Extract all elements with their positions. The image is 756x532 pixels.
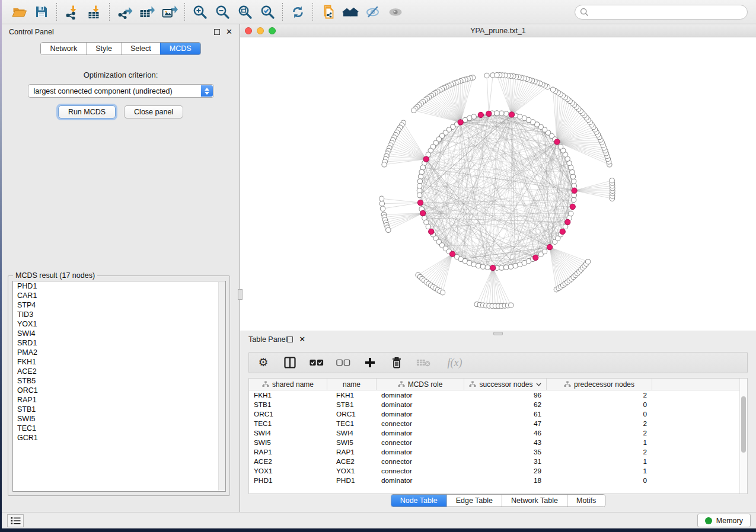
leaf-node[interactable] (379, 201, 384, 206)
list-item[interactable]: STB5 (13, 376, 225, 386)
ring-node[interactable] (419, 169, 424, 174)
list-item[interactable]: YOX1 (13, 319, 225, 329)
list-item[interactable]: ORC1 (13, 386, 225, 395)
column-header-predecessor-nodes[interactable]: predecessor nodes (547, 379, 652, 390)
table-row[interactable]: FKH1FKH1dominator962 (249, 390, 747, 400)
table-row[interactable]: ACE2ACE2connector311 (249, 457, 747, 466)
list-item[interactable]: ACE2 (13, 367, 225, 376)
mcds-hub-node[interactable] (449, 251, 455, 257)
ring-node[interactable] (417, 184, 422, 188)
table-row[interactable]: SWI4SWI4dominator462 (249, 428, 747, 438)
table-row[interactable]: STB1STB1dominator620 (249, 400, 747, 409)
select-all-checkboxes-icon[interactable] (310, 355, 324, 370)
export-network-icon[interactable] (113, 2, 136, 22)
tab-network-table[interactable]: Network Table (502, 495, 567, 507)
list-item[interactable]: TID3 (13, 310, 225, 319)
search-box[interactable] (575, 5, 748, 20)
table-row[interactable]: RAP1RAP1dominator352 (249, 447, 747, 457)
list-item[interactable]: SWI4 (13, 329, 225, 338)
mcds-hub-node[interactable] (554, 139, 560, 145)
mcds-hub-node[interactable] (458, 120, 463, 125)
leaf-node[interactable] (484, 73, 489, 78)
list-item[interactable]: FKH1 (13, 357, 225, 367)
close-panel-button[interactable]: Close panel (124, 105, 183, 118)
mcds-hub-node[interactable] (420, 210, 425, 216)
leaf-node[interactable] (509, 303, 513, 307)
network-graph[interactable] (240, 37, 756, 333)
ring-node[interactable] (417, 188, 422, 193)
float-panel-icon[interactable] (214, 29, 220, 35)
tab-style[interactable]: Style (86, 43, 121, 55)
search-input[interactable] (592, 8, 742, 16)
table-row[interactable]: ORC1ORC1dominator610 (249, 409, 747, 419)
mcds-hub-node[interactable] (509, 112, 514, 117)
optimization-criterion-dropdown[interactable]: largest connected component (undirected) (28, 84, 214, 98)
ring-node[interactable] (495, 111, 499, 116)
table-row[interactable]: SWI5SWI5connector431 (249, 438, 747, 447)
zoom-selected-icon[interactable] (256, 2, 279, 22)
zoom-in-icon[interactable] (189, 2, 211, 22)
ring-node[interactable] (485, 265, 490, 270)
mcds-hub-node[interactable] (560, 229, 565, 234)
table-scrollbar-track[interactable] (739, 379, 747, 493)
node-table[interactable]: shared namenameMCDS rolesuccessor nodesp… (248, 378, 748, 494)
close-table-panel-icon[interactable]: ✕ (299, 336, 305, 342)
mcds-hub-node[interactable] (423, 156, 429, 162)
list-item[interactable]: PMA2 (13, 348, 225, 357)
ring-node[interactable] (570, 174, 575, 179)
close-panel-icon[interactable]: ✕ (226, 29, 232, 35)
list-item[interactable]: GCR1 (13, 433, 225, 443)
mcds-hub-node[interactable] (547, 245, 552, 250)
list-item[interactable]: STP4 (13, 300, 225, 310)
import-table-icon[interactable] (83, 2, 106, 22)
leaf-node[interactable] (550, 87, 555, 92)
mcds-hub-node[interactable] (572, 188, 577, 193)
ring-node[interactable] (568, 211, 573, 216)
mcds-hub-node[interactable] (478, 112, 483, 117)
import-network-icon[interactable] (60, 2, 83, 22)
leaf-node[interactable] (412, 108, 416, 113)
ring-node[interactable] (571, 197, 576, 202)
ring-node[interactable] (499, 265, 504, 270)
ring-node[interactable] (417, 179, 422, 184)
gear-icon[interactable]: ⚙ (256, 355, 270, 370)
tab-motifs[interactable]: Motifs (567, 495, 605, 507)
table-scrollbar-thumb[interactable] (741, 396, 746, 453)
list-item[interactable]: TEC1 (13, 424, 225, 433)
zoom-out-icon[interactable] (211, 2, 234, 22)
network-document-share-icon[interactable] (317, 2, 339, 22)
vertical-splitter-handle[interactable] (238, 289, 243, 300)
ring-node[interactable] (418, 174, 423, 179)
list-item[interactable]: STB1 (13, 405, 225, 414)
leaf-node[interactable] (380, 206, 385, 211)
leaf-node[interactable] (379, 196, 384, 201)
column-header-name[interactable]: name (327, 379, 377, 390)
ring-node[interactable] (476, 263, 481, 268)
column-header-shared-name[interactable]: shared name (249, 379, 327, 390)
list-item[interactable]: SRD1 (13, 338, 225, 348)
save-icon[interactable] (30, 2, 53, 22)
tab-edge-table[interactable]: Edge Table (446, 495, 502, 507)
tab-select[interactable]: Select (121, 43, 160, 55)
network-view-titlebar[interactable]: YPA_prune.txt_1 (240, 24, 756, 37)
mcds-hub-node[interactable] (486, 111, 492, 116)
leaf-node[interactable] (382, 162, 387, 167)
horizontal-splitter-handle[interactable] (493, 332, 503, 335)
tab-network[interactable]: Network (41, 43, 86, 55)
ring-node[interactable] (499, 111, 504, 116)
ring-node[interactable] (571, 179, 576, 184)
ring-node[interactable] (480, 264, 485, 269)
table-row[interactable]: YOX1YOX1connector291 (249, 466, 747, 476)
memory-button[interactable]: Memory (697, 514, 751, 527)
mcds-result-list[interactable]: PHD1CAR1STP4TID3YOX1SWI4SRD1PMA2FKH1ACE2… (12, 281, 226, 492)
leaf-node[interactable] (585, 259, 590, 264)
ring-node[interactable] (504, 265, 509, 270)
mcds-hub-node[interactable] (429, 229, 434, 234)
list-item[interactable]: SWI5 (13, 414, 225, 424)
leaf-node[interactable] (440, 290, 445, 295)
ring-node[interactable] (542, 249, 547, 254)
list-item[interactable]: CAR1 (13, 291, 225, 300)
home-networks-icon[interactable] (339, 2, 362, 22)
list-item[interactable]: RAP1 (13, 395, 225, 405)
mcds-hub-node[interactable] (490, 265, 496, 270)
